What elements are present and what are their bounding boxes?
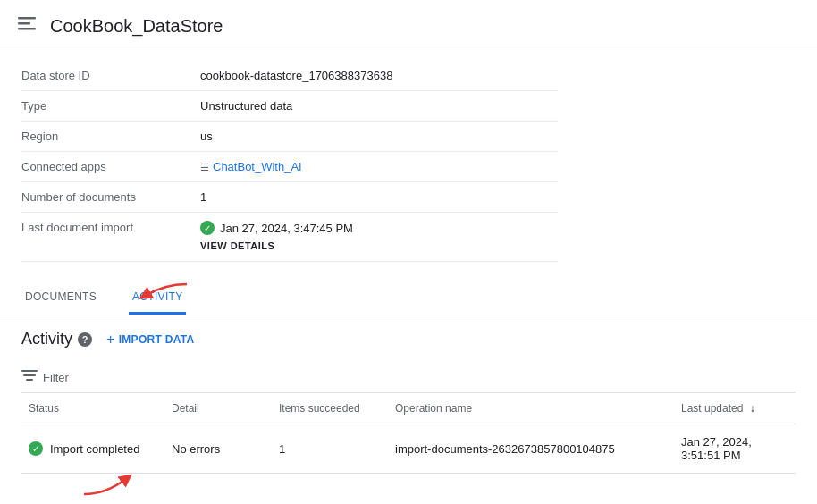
label-region: Region <box>21 122 200 152</box>
menu-icon[interactable] <box>18 17 36 36</box>
info-row-region: Region us <box>21 122 558 152</box>
sort-icon: ↓ <box>750 402 755 415</box>
cell-operation: import-documents-2632673857800104875 <box>388 424 674 474</box>
label-num-docs: Number of documents <box>21 182 200 213</box>
info-row-num-docs: Number of documents 1 <box>21 182 558 213</box>
svg-rect-1 <box>18 22 30 25</box>
svg-rect-5 <box>23 374 36 376</box>
col-header-status: Status <box>21 393 164 424</box>
info-section: Data store ID cookbook-datastore_1706388… <box>0 46 817 269</box>
col-header-detail: Detail <box>164 393 272 424</box>
import-success-icon: ✓ <box>200 221 215 235</box>
app-icon: ☰ <box>200 162 209 172</box>
svg-rect-0 <box>18 17 36 20</box>
status-text: Import completed <box>50 442 139 456</box>
arrow-annotation <box>138 280 191 307</box>
filter-icon-wrap[interactable]: Filter <box>21 370 69 385</box>
cell-items: 1 <box>272 424 388 474</box>
info-row-last-import: Last document import ✓ Jan 27, 2024, 3:4… <box>21 213 558 262</box>
col-header-operation: Operation name <box>388 393 674 424</box>
tabs-section: DOCUMENTS ACTIVITY <box>0 269 817 315</box>
info-row-type: Type Unstructured data <box>21 91 558 122</box>
filter-bar: Filter <box>21 363 796 393</box>
cell-updated: Jan 27, 2024, 3:51:51 PM <box>674 424 796 474</box>
label-datastore-id: Data store ID <box>21 61 200 91</box>
info-row-connected-apps: Connected apps ☰ChatBot_With_AI <box>21 152 558 182</box>
label-connected-apps: Connected apps <box>21 152 200 182</box>
activity-section: Activity ? + IMPORT DATA Filter <box>0 315 817 488</box>
connected-app-link[interactable]: ☰ChatBot_With_AI <box>200 160 302 173</box>
label-type: Type <box>21 91 200 122</box>
page-header: CookBook_DataStore <box>0 0 817 46</box>
import-date: Jan 27, 2024, 3:47:45 PM <box>220 222 353 235</box>
activity-table: Status Detail Items succeeded Operation … <box>21 393 796 474</box>
value-region: us <box>200 122 558 152</box>
cell-detail: No errors <box>164 424 272 474</box>
filter-label: Filter <box>43 371 69 384</box>
label-last-import: Last document import <box>21 213 200 262</box>
col-header-updated[interactable]: Last updated ↓ <box>674 393 796 424</box>
plus-icon: + <box>106 332 115 348</box>
svg-rect-6 <box>26 379 33 381</box>
row-arrow-annotation <box>75 469 138 500</box>
table-header-row: Status Detail Items succeeded Operation … <box>21 393 796 424</box>
tab-documents[interactable]: DOCUMENTS <box>21 283 100 315</box>
page-title: CookBook_DataStore <box>50 16 223 37</box>
svg-rect-2 <box>18 28 36 30</box>
view-details-button[interactable]: VIEW DETAILS <box>200 239 558 253</box>
cell-status: ✓ Import completed <box>21 424 164 474</box>
activity-title: Activity <box>21 330 72 349</box>
info-table: Data store ID cookbook-datastore_1706388… <box>21 61 558 262</box>
svg-rect-4 <box>21 370 38 372</box>
activity-title-row: Activity ? <box>21 330 92 349</box>
value-connected-apps[interactable]: ☰ChatBot_With_AI <box>200 152 558 182</box>
activity-header: Activity ? + IMPORT DATA <box>21 330 796 349</box>
col-header-items: Items succeeded <box>272 393 388 424</box>
value-num-docs: 1 <box>200 182 558 213</box>
value-type: Unstructured data <box>200 91 558 122</box>
table-row: ✓ Import completed No errors 1 import-do… <box>21 424 796 474</box>
value-datastore-id: cookbook-datastore_1706388373638 <box>200 61 558 91</box>
import-data-button[interactable]: + IMPORT DATA <box>106 332 195 348</box>
tabs-row: DOCUMENTS ACTIVITY <box>21 283 796 315</box>
help-icon[interactable]: ? <box>78 332 92 347</box>
info-row-datastore-id: Data store ID cookbook-datastore_1706388… <box>21 61 558 91</box>
row-success-icon: ✓ <box>29 441 43 456</box>
value-last-import: ✓ Jan 27, 2024, 3:47:45 PM VIEW DETAILS <box>200 213 558 262</box>
filter-icon <box>21 370 38 385</box>
